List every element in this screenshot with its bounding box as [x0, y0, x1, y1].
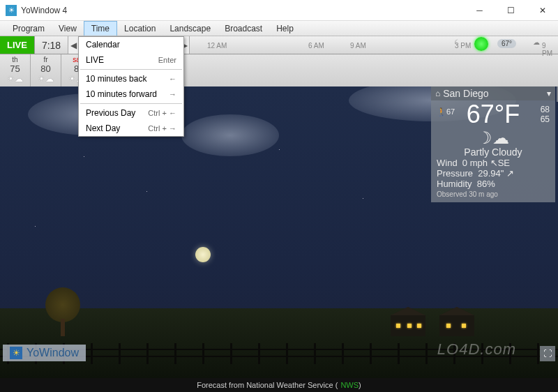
- menu-item-calendar[interactable]: Calendar: [79, 37, 183, 52]
- fullscreen-button[interactable]: ⛶: [540, 346, 555, 361]
- timeline-tick: 12 AM: [207, 42, 227, 50]
- forecast-day[interactable]: fr80☀☁: [31, 54, 61, 86]
- menu-item-live[interactable]: LIVEEnter: [79, 52, 183, 68]
- menu-separator: [80, 103, 182, 104]
- logo-bar[interactable]: ☀ YoWindow: [3, 345, 86, 361]
- observed-text: Observed 30 m ago: [437, 190, 550, 198]
- menu-separator: [80, 69, 182, 70]
- statusbar: Forecast from National Weather Service (…: [0, 378, 558, 392]
- timeline-temp-pill: 67°: [497, 39, 516, 48]
- city-dropdown-icon[interactable]: ▾: [547, 89, 551, 98]
- nws-link[interactable]: NWS: [340, 381, 359, 389]
- titlebar: ☀ YoWindow 4 ─ ☐ ✕: [0, 0, 558, 21]
- menu-item-next-day[interactable]: Next DayCtrl + →: [79, 121, 183, 136]
- time-marker[interactable]: [474, 37, 488, 51]
- cloud-icon: ☁: [533, 38, 540, 46]
- maximize-button[interactable]: ☐: [495, 0, 527, 20]
- home-icon: ⌂: [435, 89, 440, 98]
- condition-icon: ☽☁: [437, 128, 550, 148]
- menu-landscape[interactable]: Landscape: [163, 21, 218, 36]
- city-name[interactable]: San Diego: [443, 88, 547, 99]
- window-title: YoWindow 4: [21, 6, 464, 15]
- time-display[interactable]: 7:18: [35, 36, 68, 54]
- close-button[interactable]: ✕: [527, 0, 558, 20]
- condition-text: Partly Cloudy: [437, 146, 550, 158]
- logo-text: YoWindow: [27, 347, 79, 359]
- hi-lo: 6865: [541, 105, 550, 124]
- minimize-button[interactable]: ─: [464, 0, 495, 20]
- logo-icon: ☀: [10, 347, 22, 359]
- weather-panel: ⌂ San Diego ▾ + 🚶67 67°F 6865 ☽☁ Partly …: [431, 86, 555, 202]
- menu-broadcast[interactable]: Broadcast: [218, 21, 269, 36]
- menu-program[interactable]: Program: [6, 21, 52, 36]
- menu-item-10-minutes-back[interactable]: 10 minutes back←: [79, 71, 183, 86]
- menu-time[interactable]: Time: [84, 21, 117, 36]
- time-menu-dropdown: CalendarLIVEEnter10 minutes back←10 minu…: [78, 36, 184, 137]
- timeline-tick: 3 PM: [455, 42, 471, 50]
- feels-like: 🚶67: [437, 107, 455, 116]
- live-button[interactable]: LIVE: [0, 36, 35, 54]
- menu-item-10-minutes-forward[interactable]: 10 minutes forward→: [79, 86, 183, 102]
- timeline-tick: 9 AM: [350, 42, 366, 50]
- house: [439, 315, 474, 336]
- menu-location[interactable]: Location: [117, 21, 163, 36]
- cloud: [181, 114, 279, 156]
- forecast-day[interactable]: th75☀☁: [0, 54, 31, 86]
- tree: [42, 287, 84, 336]
- menu-item-previous-day[interactable]: Previous DayCtrl + ←: [79, 105, 183, 121]
- wind-row: Wind 0 mph ↖SE: [437, 158, 550, 168]
- timeline-tick: 6 AM: [308, 42, 324, 50]
- menu-view[interactable]: View: [52, 21, 84, 36]
- timeline[interactable]: ☾ ☁ 67° 12 AM6 AM9 AM3 PM9 PM: [190, 36, 558, 54]
- moon-icon: [195, 247, 211, 262]
- app-icon: ☀: [6, 5, 17, 16]
- menubar: ProgramViewTimeLocationLandscapeBroadcas…: [0, 21, 558, 36]
- house: [391, 315, 425, 336]
- pressure-row: Pressure 29.94" ↗: [437, 168, 550, 179]
- humidity-row: Humidity 86%: [437, 179, 550, 189]
- timeline-tick: 9 PM: [542, 42, 558, 57]
- watermark: LO4D.com: [437, 340, 516, 359]
- menu-help[interactable]: Help: [269, 21, 301, 36]
